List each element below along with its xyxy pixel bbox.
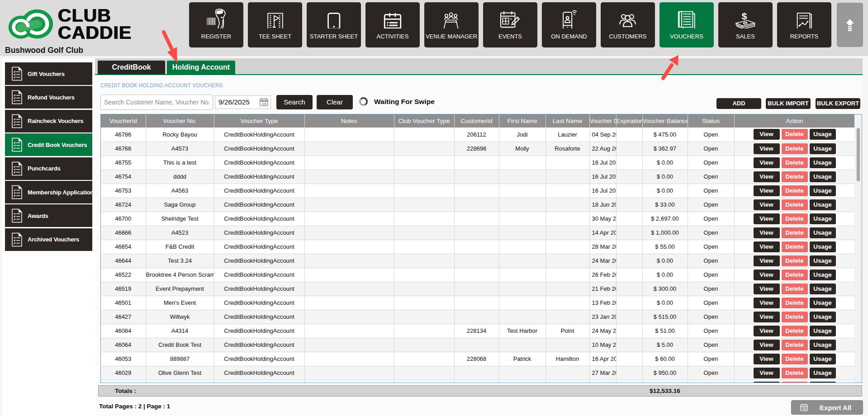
svg-text:14: 14 xyxy=(262,101,266,106)
svg-text:$: $ xyxy=(742,11,747,21)
